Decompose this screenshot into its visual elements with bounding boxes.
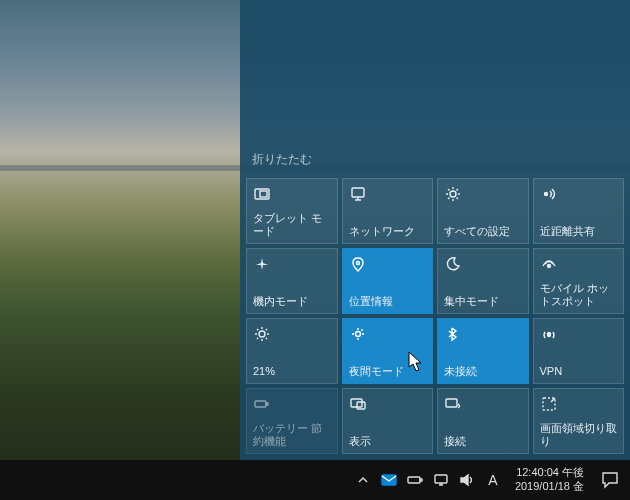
tile-label: 集中モード [444,295,522,308]
svg-rect-15 [446,399,457,407]
collapse-button[interactable]: 折りたたむ [246,143,624,178]
tile-label: タブレット モード [253,212,331,238]
tray-overflow-button[interactable] [351,460,375,500]
clock-date: 2019/01/18 金 [515,480,584,494]
gear-icon [444,185,462,203]
project-icon [349,395,367,413]
location-icon [349,255,367,273]
hotspot-icon [540,255,558,273]
ime-indicator[interactable]: A [481,460,505,500]
sun-icon [253,325,271,343]
tile-battery-saver: バッテリー 節約機能 [246,388,338,454]
tile-vpn[interactable]: VPN [533,318,625,384]
connect-icon [444,395,462,413]
system-tray: A 12:40:04 午後 2019/01/18 金 [351,460,626,500]
tile-night-light[interactable]: 夜間モード [342,318,434,384]
clock-time: 12:40:04 午後 [515,466,584,480]
tile-label: モバイル ホットスポット [540,282,618,308]
airplane-icon [253,255,271,273]
tile-screen-snip[interactable]: 画面領域切り取り [533,388,625,454]
tile-label: 未接続 [444,365,522,378]
tile-mobile-hotspot[interactable]: モバイル ホットスポット [533,248,625,314]
action-center-button[interactable] [594,460,626,500]
tile-airplane-mode[interactable]: 機内モード [246,248,338,314]
mail-icon[interactable] [377,460,401,500]
tile-label: 夜間モード [349,365,427,378]
tile-all-settings[interactable]: すべての設定 [437,178,529,244]
tile-label: すべての設定 [444,225,522,238]
quick-action-tiles: タブレット モードネットワークすべての設定近距離共有機内モード位置情報集中モード… [246,178,624,454]
volume-tray-icon[interactable] [455,460,479,500]
tile-tablet-mode[interactable]: タブレット モード [246,178,338,244]
vpn-icon [540,325,558,343]
battery-icon [253,395,271,413]
tile-network[interactable]: ネットワーク [342,178,434,244]
tile-focus-assist[interactable]: 集中モード [437,248,529,314]
svg-point-5 [356,262,359,265]
svg-rect-20 [435,475,447,483]
tile-label: 表示 [349,435,427,448]
svg-rect-1 [260,191,267,197]
tile-label: ネットワーク [349,225,427,238]
svg-rect-14 [357,402,365,409]
tile-label: バッテリー 節約機能 [253,422,331,448]
network-tray-icon[interactable] [429,460,453,500]
tile-label: 近距離共有 [540,225,618,238]
taskbar: A 12:40:04 午後 2019/01/18 金 [0,460,630,500]
bluetooth-icon [444,325,462,343]
battery-tray-icon[interactable] [403,460,427,500]
moon-icon [444,255,462,273]
svg-rect-18 [408,477,420,483]
tile-label: 接続 [444,435,522,448]
tile-label: 機内モード [253,295,331,308]
snip-icon [540,395,558,413]
svg-rect-11 [255,401,266,407]
tile-label: 画面領域切り取り [540,422,618,448]
tablet-icon [253,185,271,203]
svg-point-6 [547,265,550,268]
tile-connect[interactable]: 接続 [437,388,529,454]
tile-label: 位置情報 [349,295,427,308]
tile-location[interactable]: 位置情報 [342,248,434,314]
network-icon [349,185,367,203]
tile-project[interactable]: 表示 [342,388,434,454]
svg-rect-2 [352,188,364,197]
svg-point-8 [355,332,360,337]
svg-point-10 [547,334,550,337]
svg-point-4 [544,193,547,196]
tile-bluetooth[interactable]: 未接続 [437,318,529,384]
tile-label: 21% [253,365,331,378]
svg-point-9 [361,329,363,331]
svg-rect-12 [266,403,268,405]
svg-point-7 [259,331,265,337]
night-icon [349,325,367,343]
tile-nearby-share[interactable]: 近距離共有 [533,178,625,244]
clock-button[interactable]: 12:40:04 午後 2019/01/18 金 [507,466,592,494]
svg-rect-19 [420,479,422,481]
nearby-icon [540,185,558,203]
tile-label: VPN [540,365,618,378]
tile-brightness[interactable]: 21% [246,318,338,384]
svg-rect-17 [382,475,396,485]
svg-point-3 [450,191,456,197]
action-center-panel: 折りたたむ タブレット モードネットワークすべての設定近距離共有機内モード位置情… [240,0,630,460]
